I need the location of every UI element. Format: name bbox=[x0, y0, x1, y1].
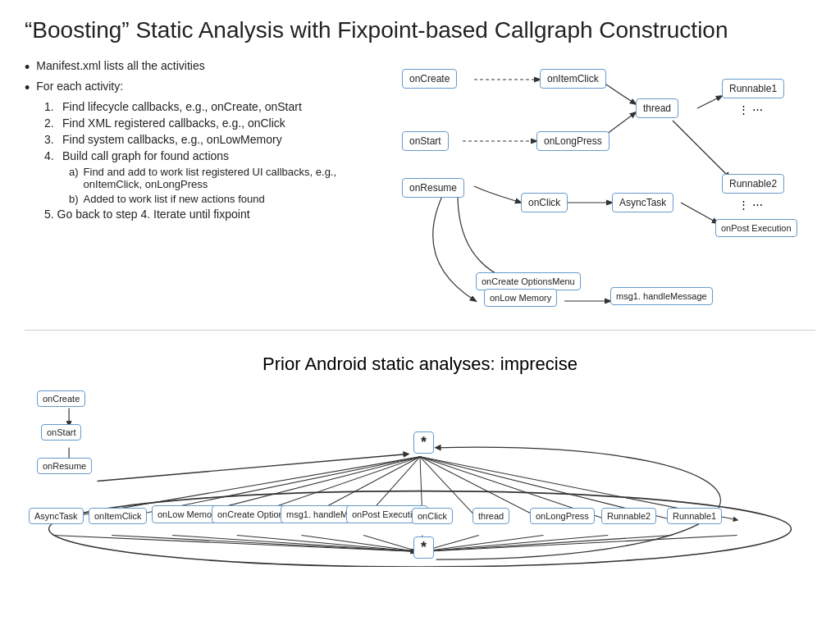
node-runnable2-top: Runnable2 bbox=[722, 174, 784, 194]
bottom-node-onStart: onStart bbox=[41, 424, 81, 441]
bottom-node-onCreate: onCreate bbox=[37, 390, 85, 407]
num-2: 2. bbox=[44, 116, 57, 130]
bullet-text-2: For each activity: bbox=[36, 80, 377, 93]
node-onPostExecution-top: onPost Execution bbox=[715, 219, 797, 237]
sub-item-b: b) Added to work list if new actions fou… bbox=[69, 193, 377, 205]
bullet-1: • Manifest.xml lists all the activities bbox=[25, 59, 377, 75]
numbered-list: 1. Find lifecycle callbacks, e.g., onCre… bbox=[44, 100, 377, 221]
bottom-node-onLongPress-bottom: onLongPress bbox=[530, 508, 595, 524]
content-area: • Manifest.xml lists all the activities … bbox=[25, 59, 815, 322]
sub-text-b: Added to work list if new actions found bbox=[84, 193, 265, 205]
node-onLowMemory-top: onLow Memory bbox=[484, 289, 557, 307]
divider bbox=[25, 330, 815, 331]
bottom-node-runnable1-bottom: Runnable1 bbox=[667, 508, 722, 524]
bottom-node-onClick-bottom: onClick bbox=[412, 508, 453, 524]
bottom-node-onItemClick-bottom: onItemClick bbox=[89, 508, 147, 524]
page: “Boosting” Static Analysis with Fixpoint… bbox=[0, 0, 840, 630]
bottom-title: Prior Android static analyses: imprecise bbox=[25, 354, 815, 375]
node-asyncTask-top: AsyncTask bbox=[612, 193, 673, 212]
numbered-item-1: 1. Find lifecycle callbacks, e.g., onCre… bbox=[44, 100, 377, 113]
svg-line-4 bbox=[697, 96, 722, 108]
num-1: 1. bbox=[44, 100, 57, 113]
numbered-item-3: 3. Find system callbacks, e.g., onLowMem… bbox=[44, 133, 377, 146]
bottom-node-asyncTask: AsyncTask bbox=[29, 508, 84, 524]
sub-letter-a: a) bbox=[69, 166, 79, 190]
node-onClick-top: onClick bbox=[521, 193, 568, 212]
bottom-node-star-top: * bbox=[413, 431, 434, 454]
sub-list: a) Find and add to work list registered … bbox=[69, 166, 377, 205]
num-3: 3. bbox=[44, 133, 57, 146]
bottom-node-thread-bottom: thread bbox=[472, 508, 509, 524]
dots-2: ⋮ ⋯ bbox=[738, 199, 763, 211]
bullet-2: • For each activity: bbox=[25, 80, 377, 95]
bullet-dot-2: • bbox=[25, 80, 30, 95]
dots-1: ⋮ ⋯ bbox=[738, 103, 763, 116]
node-onCreate-top: onCreate bbox=[402, 69, 457, 89]
num-text-5: 5. Go back to step 4. Iterate until fixp… bbox=[44, 208, 250, 221]
bottom-diagram: onCreate onStart onResume * AsyncTask on… bbox=[25, 386, 815, 567]
num-4: 4. bbox=[44, 149, 57, 162]
numbered-item-2: 2. Find XML registered callbacks, e.g., … bbox=[44, 116, 377, 130]
bullet-text-1: Manifest.xml lists all the activities bbox=[36, 59, 377, 72]
numbered-item-4: 4. Build call graph for found actions bbox=[44, 149, 377, 162]
num-text-3: Find system callbacks, e.g., onLowMemory bbox=[62, 133, 282, 146]
node-thread-top: thread bbox=[636, 98, 678, 118]
num-text-1: Find lifecycle callbacks, e.g., onCreate… bbox=[62, 100, 302, 113]
page-title: “Boosting” Static Analysis with Fixpoint… bbox=[25, 16, 815, 44]
num-text-2: Find XML registered callbacks, e.g., onC… bbox=[62, 116, 285, 130]
bottom-section: Prior Android static analyses: imprecise bbox=[25, 354, 815, 567]
svg-line-32 bbox=[422, 535, 544, 551]
node-msg1-top: msg1. handleMessage bbox=[610, 287, 713, 305]
svg-line-7 bbox=[673, 121, 730, 178]
left-panel: • Manifest.xml lists all the activities … bbox=[25, 59, 377, 322]
bottom-node-runnable2-bottom: Runnable2 bbox=[601, 508, 656, 524]
numbered-item-5: 5. Go back to step 4. Iterate until fixp… bbox=[44, 208, 377, 221]
bullet-dot-1: • bbox=[25, 60, 30, 75]
svg-line-34 bbox=[424, 535, 673, 551]
node-runnable1-top: Runnable1 bbox=[722, 79, 784, 98]
bottom-node-star-bottom: * bbox=[413, 536, 434, 559]
node-onStart-top: onStart bbox=[402, 131, 449, 151]
sub-item-a: a) Find and add to work list registered … bbox=[69, 166, 377, 190]
svg-line-26 bbox=[172, 535, 416, 551]
sub-text-a: Find and add to work list registered UI … bbox=[84, 166, 377, 190]
sub-letter-b: b) bbox=[69, 193, 79, 205]
bottom-node-onResume: onResume bbox=[37, 458, 92, 474]
num-text-4: Build call graph for found actions bbox=[62, 149, 229, 162]
svg-line-6 bbox=[681, 203, 718, 223]
node-onCreateOptionsMenu-top: onCreate OptionsMenu bbox=[476, 272, 581, 290]
top-diagram: onCreate onItemClick thread Runnable1 ⋮ … bbox=[394, 59, 815, 322]
node-onLongPress-top: onLongPress bbox=[536, 131, 609, 151]
node-onResume-top: onResume bbox=[402, 178, 464, 198]
node-onItemClick-top: onItemClick bbox=[540, 69, 606, 89]
